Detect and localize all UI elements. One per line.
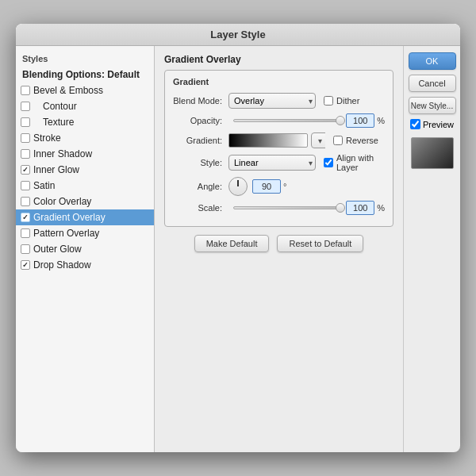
gradient-dropdown-wrapper[interactable]	[311, 132, 325, 148]
scale-label: Scale:	[173, 203, 228, 213]
sidebar-item-texture[interactable]: Texture	[16, 114, 154, 130]
gradient-label: Gradient:	[173, 136, 228, 145]
align-checkbox[interactable]	[324, 158, 333, 167]
blend-mode-label: Blend Mode:	[173, 96, 228, 106]
new-style-button[interactable]: New Style...	[409, 97, 456, 114]
scale-slider-container[interactable]	[233, 201, 341, 215]
make-default-button[interactable]: Make Default	[194, 235, 270, 252]
gradient-row: Gradient: Reverse	[173, 132, 385, 148]
stroke-checkbox[interactable]	[21, 133, 30, 143]
gradient-select[interactable]	[311, 132, 325, 148]
layer-style-dialog: Layer Style Styles Blending Options: Def…	[16, 24, 460, 452]
styles-list: Blending Options: Default Bevel & Emboss…	[16, 67, 154, 447]
outer-glow-checkbox[interactable]	[21, 244, 30, 254]
sidebar-item-outer-glow[interactable]: Outer Glow	[16, 241, 154, 257]
sidebar-item-satin[interactable]: Satin	[16, 178, 154, 194]
sidebar-item-inner-shadow[interactable]: Inner Shadow	[16, 146, 154, 162]
dither-checkbox[interactable]	[324, 96, 333, 106]
scale-slider-track	[233, 206, 341, 209]
middle-panel: Gradient Overlay Gradient Blend Mode: Ov…	[155, 46, 403, 452]
scale-input[interactable]: 100	[346, 201, 374, 215]
blend-mode-select[interactable]: Overlay Normal Multiply Screen	[228, 93, 316, 109]
bevel-emboss-label: Bevel & Emboss	[33, 85, 103, 96]
angle-label: Angle:	[173, 182, 228, 191]
style-label: Style:	[173, 158, 228, 167]
color-overlay-label: Color Overlay	[33, 196, 91, 207]
group-title: Gradient	[173, 77, 385, 86]
cancel-button[interactable]: Cancel	[409, 75, 456, 92]
preview-label: Preview	[423, 120, 454, 129]
inner-glow-checkbox[interactable]	[21, 165, 30, 175]
buttons-row: Make Default Reset to Default	[164, 235, 393, 252]
blend-mode-row: Blend Mode: Overlay Normal Multiply Scre…	[173, 93, 385, 109]
opacity-input[interactable]: 100	[346, 113, 374, 128]
opacity-percent: %	[377, 116, 385, 125]
angle-row: Angle: 90 °	[173, 177, 385, 196]
inner-shadow-checkbox[interactable]	[21, 149, 30, 159]
align-checkbox-label[interactable]: Align with Layer	[324, 153, 385, 172]
style-select[interactable]: Linear Radial Angle Reflected Diamond	[228, 155, 316, 171]
angle-input[interactable]: 90	[252, 179, 281, 194]
satin-label: Satin	[33, 180, 55, 191]
sidebar-item-blending-options[interactable]: Blending Options: Default	[16, 67, 154, 83]
styles-header: Styles	[16, 51, 154, 67]
texture-label: Texture	[43, 117, 74, 128]
gradient-group: Gradient Blend Mode: Overlay Normal Mult…	[164, 70, 393, 227]
dither-checkbox-label[interactable]: Dither	[324, 96, 359, 106]
angle-dial[interactable]	[228, 177, 248, 196]
color-overlay-checkbox[interactable]	[21, 197, 30, 206]
inner-glow-label: Inner Glow	[33, 164, 79, 175]
reverse-checkbox-label[interactable]: Reverse	[333, 136, 378, 145]
right-panel: OK Cancel New Style... Preview	[403, 46, 460, 452]
align-label: Align with Layer	[336, 153, 385, 172]
contour-label: Contour	[43, 101, 77, 112]
opacity-slider-thumb[interactable]	[336, 116, 345, 125]
bevel-emboss-checkbox[interactable]	[21, 86, 30, 95]
preview-row: Preview	[410, 119, 454, 129]
ok-button[interactable]: OK	[409, 52, 456, 70]
scale-row: Scale: 100 %	[173, 201, 385, 215]
style-row: Style: Linear Radial Angle Reflected Dia…	[173, 153, 385, 172]
sidebar-item-contour[interactable]: Contour	[16, 98, 154, 114]
reverse-checkbox[interactable]	[333, 136, 343, 145]
dialog-title: Layer Style	[16, 24, 460, 46]
pattern-overlay-checkbox[interactable]	[21, 228, 30, 238]
sidebar-item-gradient-overlay[interactable]: Gradient Overlay	[16, 209, 154, 225]
sidebar-item-inner-glow[interactable]: Inner Glow	[16, 162, 154, 178]
reverse-label: Reverse	[346, 136, 378, 145]
gradient-overlay-checkbox[interactable]	[21, 213, 30, 222]
blend-mode-select-wrapper[interactable]: Overlay Normal Multiply Screen	[228, 93, 316, 109]
gradient-swatch[interactable]	[228, 133, 308, 148]
opacity-row: Opacity: 100 %	[173, 113, 385, 128]
scale-percent: %	[377, 203, 385, 213]
sidebar-item-bevel-emboss[interactable]: Bevel & Emboss	[16, 83, 154, 98]
inner-shadow-label: Inner Shadow	[33, 148, 92, 159]
preview-checkbox[interactable]	[410, 119, 420, 129]
scale-slider-thumb[interactable]	[336, 203, 345, 213]
sidebar-item-stroke[interactable]: Stroke	[16, 130, 154, 146]
angle-degree: °	[283, 182, 286, 191]
gradient-overlay-label: Gradient Overlay	[33, 212, 106, 223]
opacity-label: Opacity:	[173, 116, 228, 125]
style-select-wrapper[interactable]: Linear Radial Angle Reflected Diamond	[228, 155, 316, 171]
dither-label: Dither	[336, 96, 359, 106]
dialog-content: Styles Blending Options: Default Bevel &…	[16, 46, 460, 452]
contour-checkbox[interactable]	[21, 102, 30, 111]
stroke-label: Stroke	[33, 132, 61, 144]
satin-checkbox[interactable]	[21, 181, 30, 190]
opacity-slider-track	[233, 119, 341, 122]
section-title: Gradient Overlay	[164, 54, 393, 65]
sidebar-item-drop-shadow[interactable]: Drop Shadow	[16, 257, 154, 273]
drop-shadow-checkbox[interactable]	[21, 260, 30, 270]
opacity-slider-container[interactable]	[233, 113, 341, 128]
blending-options-label: Blending Options: Default	[22, 69, 140, 80]
reset-default-button[interactable]: Reset to Default	[277, 235, 363, 252]
left-panel: Styles Blending Options: Default Bevel &…	[16, 46, 155, 452]
sidebar-item-color-overlay[interactable]: Color Overlay	[16, 194, 154, 209]
drop-shadow-label: Drop Shadow	[33, 259, 91, 271]
outer-glow-label: Outer Glow	[33, 244, 82, 255]
texture-checkbox[interactable]	[21, 117, 30, 127]
preview-box	[411, 137, 454, 169]
pattern-overlay-label: Pattern Overlay	[33, 228, 99, 239]
sidebar-item-pattern-overlay[interactable]: Pattern Overlay	[16, 225, 154, 241]
